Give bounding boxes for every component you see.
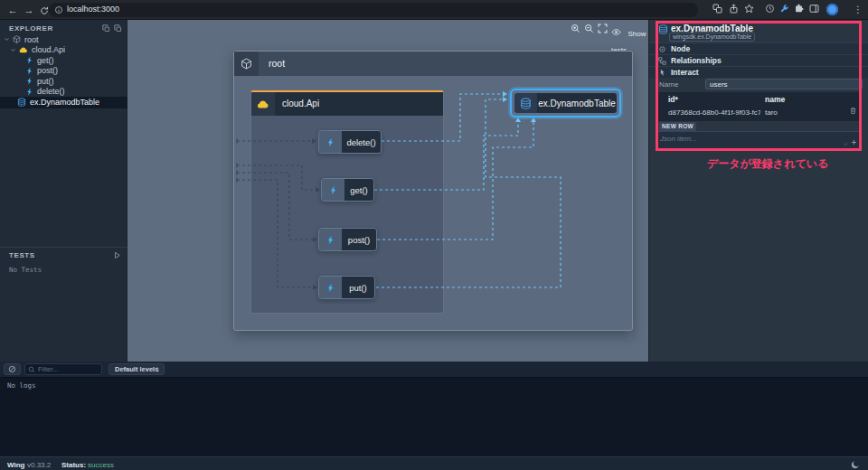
tree-item-root[interactable]: root [0,34,127,45]
fit-to-screen-icon[interactable] [598,24,608,33]
profile-avatar[interactable] [826,4,838,15]
method-node-label: delete() [342,131,381,153]
bolt-icon [319,229,342,250]
updown-chevrons-icon [154,366,161,373]
dynamodb-rows-table: id* name d87368cd-68b0-4f1f-9f03-fc7bee1… [657,92,862,121]
tree-item-label: get() [37,56,54,65]
log-filter-input[interactable] [38,364,99,374]
map-canvas[interactable]: Show tests root cloud.Api [127,20,648,362]
chevron-down-icon[interactable] [4,36,10,42]
address-bar[interactable]: localhost:3000 [49,3,698,17]
tree-item-post[interactable]: post() [0,66,127,77]
status-value: success [88,461,114,469]
canvas-node-get[interactable]: get() [321,178,374,202]
logs-toolbar: Default levels [0,362,868,378]
app-name: Wing [7,461,24,469]
search-icon [28,366,35,373]
forward-icon[interactable]: → [22,3,36,17]
app-version: v0.33.2 [27,461,51,469]
site-info-icon[interactable] [54,5,63,14]
cloud-icon [19,45,28,54]
inspector-panel: ex.DynamodbTable wingsdk.ex.DynamodbTabl… [648,20,868,362]
canvas-node-put[interactable]: put() [318,276,375,299]
chevron-down-icon[interactable] [10,47,16,53]
method-node-label: put() [342,277,374,298]
bolt-icon [319,131,342,153]
tests-title: TESTS [9,251,35,259]
history-extension-icon[interactable] [765,4,775,14]
log-level-select[interactable]: Default levels [108,363,165,375]
log-level-value: Default levels [115,365,158,373]
column-header-id: id* [668,95,678,104]
delete-row-trash-icon[interactable] [849,107,857,115]
canvas-node-post[interactable]: post() [318,228,377,251]
tree-item-delete[interactable]: delete() [0,87,127,98]
status-label: Status: [61,461,86,469]
bolt-icon [25,67,33,75]
back-icon[interactable]: ← [5,3,20,17]
panel-divider [0,247,127,248]
cube-icon [13,35,21,43]
section-label: Relationships [671,56,722,65]
clear-logs-button[interactable] [4,363,21,375]
log-filter-box[interactable] [24,363,102,375]
canvas-node-delete[interactable]: delete() [318,130,382,154]
url-text: localhost:3000 [67,5,119,14]
run-all-tests-icon[interactable] [113,251,121,259]
no-entry-icon [8,365,16,373]
resize-handle-icon[interactable] [841,139,848,146]
tests-empty-text: No Tests [9,266,42,274]
row-name-value: taro [765,108,778,117]
cloud-api-label: cloud.Api [282,99,319,108]
new-row-tab[interactable]: NEW ROW [659,122,696,131]
interact-cursor-icon [658,69,666,77]
tree-item-label: ex.DynamodbTable [30,98,99,107]
tree-item-label: put() [37,77,54,86]
json-item-input[interactable] [660,133,814,144]
share-icon[interactable] [729,4,739,14]
database-icon [658,24,668,34]
wrench-extension-icon[interactable] [779,4,789,14]
table-name-input[interactable] [705,79,863,89]
tree-item-dynamodb-table[interactable]: ex.DynamodbTable [0,97,127,108]
explorer-title: EXPLORER [9,24,53,33]
column-header-name: name [765,95,785,104]
dynamodb-node-label: ex.DynamodbTable [537,93,617,113]
bookmark-star-icon[interactable] [744,4,754,14]
zoom-in-icon[interactable] [571,24,580,33]
collapse-all-icon[interactable] [114,24,122,33]
expand-all-icon[interactable] [102,24,110,33]
section-node[interactable]: Node [649,42,868,54]
translate-icon[interactable] [712,4,722,14]
tree-item-get[interactable]: get() [0,55,127,66]
tree-item-label: delete() [37,87,65,96]
tree-item-label: root [24,35,39,44]
bolt-icon [319,277,342,298]
eye-icon [611,27,621,37]
root-container-label: root [269,58,285,69]
add-row-plus-icon[interactable] [850,138,858,146]
dark-mode-moon-icon[interactable] [851,460,860,469]
root-container-header[interactable]: root [234,52,632,76]
tree-item-put[interactable]: put() [0,76,127,87]
database-icon [17,98,26,107]
explorer-sidebar: EXPLORER root cloud.Api get() post() put… [0,20,127,362]
extensions-puzzle-icon[interactable] [794,4,804,14]
cloud-api-header[interactable]: cloud.Api [251,92,443,116]
json-item-editor[interactable] [657,131,862,149]
cloud-icon [251,92,275,116]
bolt-icon [322,179,344,201]
zoom-out-icon[interactable] [584,24,594,33]
method-node-label: get() [344,179,373,201]
section-relationships[interactable]: Relationships [649,54,868,66]
tree-item-label: cloud.Api [32,45,65,54]
canvas-node-dynamodb-table[interactable]: ex.DynamodbTable [510,89,621,118]
side-panel-icon[interactable] [809,4,819,14]
logs-panel: Default levels No logs [0,362,868,456]
tree-item-cloud-api[interactable]: cloud.Api [0,45,127,56]
browser-menu-icon[interactable]: ⋮ [851,3,865,17]
node-icon [658,45,666,53]
annotation-text: データが登録されている [707,156,828,172]
logs-empty-text: No logs [7,381,36,390]
section-interact[interactable]: Interact [649,66,868,78]
